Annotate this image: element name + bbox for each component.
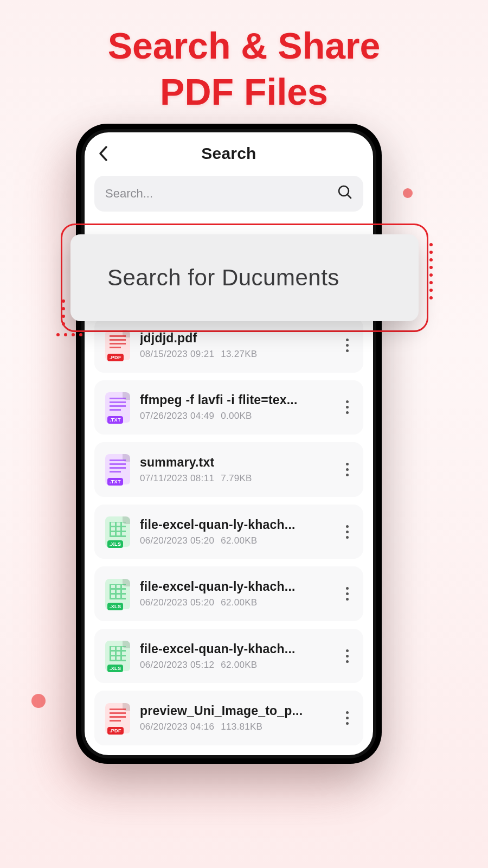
file-main: summary.txt07/11/2023 08:117.79KB [140,455,325,484]
file-meta: 06/20/2023 05:2062.00KB [140,597,325,608]
file-name: file-excel-quan-ly-khach... [140,642,325,656]
promo-line2: PDF Files [0,69,488,115]
file-size: 113.81KB [221,722,262,732]
promo-title: Search & Share PDF Files [0,0,488,115]
more-options-button[interactable] [335,450,359,488]
file-date: 07/11/2023 08:11 [140,473,214,484]
file-row[interactable]: .PDFpreview_Uni_Image_to_p...06/20/2023 … [94,691,363,745]
search-input[interactable] [105,187,331,201]
xls-file-icon: .XLS [105,579,130,609]
xls-file-icon: .XLS [105,641,130,671]
file-type-tag: .XLS [107,540,123,548]
file-row[interactable]: .TXTsummary.txt07/11/2023 08:117.79KB [94,442,363,497]
file-name: jdjdjd.pdf [140,331,325,346]
file-date: 06/20/2023 05:20 [140,597,214,608]
file-size: 62.00KB [221,597,257,608]
xls-file-icon: .XLS [105,516,130,547]
file-size: 62.00KB [221,660,257,671]
file-date: 06/20/2023 04:16 [140,722,214,732]
file-main: file-excel-quan-ly-khach...06/20/2023 05… [140,579,325,608]
decorative-dots [429,243,433,299]
file-main: preview_Uni_Image_to_p...06/20/2023 04:1… [140,704,325,732]
file-main: file-excel-quan-ly-khach...06/20/2023 05… [140,518,325,546]
file-type-tag: .TXT [107,478,123,486]
file-date: 07/26/2023 04:49 [140,411,214,422]
phone-mockup: Search .PDFjdjdjd.pdf08/15/2023 09:2113.… [76,124,382,764]
file-name: preview_Uni_Image_to_p... [140,704,325,718]
pdf-file-icon: .PDF [105,330,130,360]
file-row[interactable]: .XLSfile-excel-quan-ly-khach...06/20/202… [94,566,363,621]
more-vertical-icon [346,400,349,414]
decorative-dots [62,299,70,326]
file-meta: 07/26/2023 04:490.00KB [140,411,325,422]
file-meta: 06/20/2023 04:16113.81KB [140,722,325,732]
file-meta: 08/15/2023 09:2113.27KB [140,349,325,360]
more-vertical-icon [346,711,349,725]
pdf-file-icon: .PDF [105,703,130,733]
file-row[interactable]: .PDFjdjdjd.pdf08/15/2023 09:2113.27KB [94,318,363,373]
file-size: 13.27KB [221,349,257,360]
more-vertical-icon [346,339,349,352]
file-date: 06/20/2023 05:12 [140,660,214,671]
more-options-button[interactable] [335,326,359,364]
app-header: Search [85,132,373,173]
file-size: 7.79KB [221,473,252,484]
more-options-button[interactable] [335,575,359,613]
more-options-button[interactable] [335,388,359,426]
file-name: file-excel-quan-ly-khach... [140,579,325,594]
file-name: file-excel-quan-ly-khach... [140,518,325,532]
search-icon[interactable] [337,184,352,203]
more-vertical-icon [346,649,349,663]
promo-line1: Search & Share [0,23,488,69]
file-meta: 06/20/2023 05:1262.00KB [140,660,325,671]
txt-file-icon: .TXT [105,392,130,423]
more-vertical-icon [346,587,349,601]
file-list: .PDFjdjdjd.pdf08/15/2023 09:2113.27KB.TX… [85,318,373,755]
more-options-button[interactable] [335,513,359,551]
file-meta: 07/11/2023 08:117.79KB [140,473,325,484]
file-main: ffmpeg -f lavfi -i flite=tex...07/26/202… [140,393,325,422]
file-type-tag: .PDF [107,727,124,735]
more-vertical-icon [346,463,349,476]
decorative-dot [31,694,46,708]
file-type-tag: .PDF [107,354,124,361]
search-bar[interactable] [94,176,363,212]
file-main: file-excel-quan-ly-khach...06/20/2023 05… [140,642,325,671]
file-main: jdjdjd.pdf08/15/2023 09:2113.27KB [140,331,325,360]
txt-file-icon: .TXT [105,454,130,484]
file-size: 0.00KB [221,411,252,422]
more-vertical-icon [346,525,349,539]
file-row[interactable]: .TXTffmpeg -f lavfi -i flite=tex...07/26… [94,380,363,435]
more-options-button[interactable] [335,637,359,675]
file-name: ffmpeg -f lavfi -i flite=tex... [140,393,325,407]
page-title: Search [94,144,363,163]
app-screen: Search .PDFjdjdjd.pdf08/15/2023 09:2113.… [85,132,373,755]
file-type-tag: .TXT [107,416,123,424]
file-row[interactable]: .XLSfile-excel-quan-ly-khach...06/20/202… [94,505,363,559]
file-date: 06/20/2023 05:20 [140,535,214,546]
file-row[interactable]: .XLSfile-excel-quan-ly-khach...06/20/202… [94,629,363,684]
more-options-button[interactable] [335,699,359,737]
file-type-tag: .XLS [107,603,123,610]
file-date: 08/15/2023 09:21 [140,349,214,360]
decorative-dot [403,188,413,198]
file-size: 62.00KB [221,535,257,546]
file-meta: 06/20/2023 05:2062.00KB [140,535,325,546]
file-type-tag: .XLS [107,665,123,672]
file-name: summary.txt [140,455,325,470]
